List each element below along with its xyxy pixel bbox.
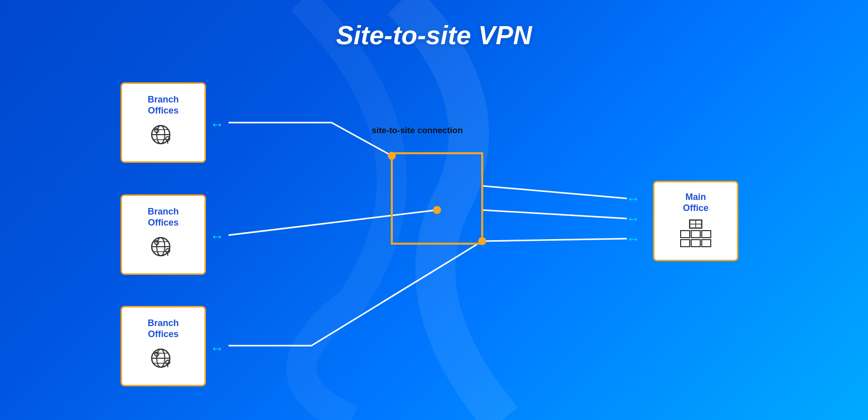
main-office-card: MainOffice xyxy=(653,181,738,261)
office-building-icon xyxy=(676,218,716,250)
page-title: Site-to-site VPN xyxy=(336,20,532,50)
branch-1-label: BranchOffices xyxy=(148,94,179,116)
svg-line-37 xyxy=(482,186,627,198)
arrow-main-1: ↔ xyxy=(626,191,640,207)
arrow-branch-3: ↔ xyxy=(210,341,224,357)
connection-label: site-to-site connection xyxy=(372,126,463,136)
branch-2-label: BranchOffices xyxy=(148,206,179,228)
svg-rect-40 xyxy=(392,153,482,244)
globe-icon-1 xyxy=(146,121,181,151)
svg-point-42 xyxy=(433,206,441,214)
branch-card-1: BranchOffices xyxy=(121,82,206,163)
svg-point-41 xyxy=(388,152,396,160)
main-office-label: MainOffice xyxy=(683,192,708,214)
svg-rect-34 xyxy=(691,240,700,247)
svg-rect-33 xyxy=(681,240,690,247)
arrow-branch-2: ↔ xyxy=(210,229,224,245)
svg-line-36 xyxy=(229,210,437,235)
arrow-branch-1: ↔ xyxy=(210,117,224,133)
svg-line-38 xyxy=(482,210,627,219)
svg-point-43 xyxy=(478,237,486,245)
svg-rect-32 xyxy=(702,231,711,238)
arrow-main-3: ↔ xyxy=(626,231,640,247)
branch-3-label: BranchOffices xyxy=(148,318,179,340)
svg-rect-35 xyxy=(702,240,711,247)
svg-line-39 xyxy=(482,239,627,241)
branch-card-2: BranchOffices xyxy=(121,194,206,275)
arrow-main-2: ↔ xyxy=(626,211,640,227)
globe-icon-3 xyxy=(146,344,181,374)
svg-rect-30 xyxy=(681,231,690,238)
branch-card-3: BranchOffices xyxy=(121,306,206,386)
svg-rect-31 xyxy=(691,231,700,238)
globe-icon-2 xyxy=(146,233,181,263)
